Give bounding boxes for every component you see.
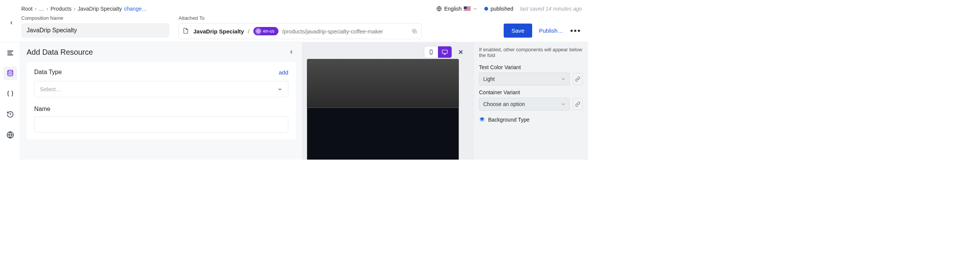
rail-locale-icon[interactable] <box>3 128 17 142</box>
composition-name-label: Composition Name <box>21 15 169 21</box>
text-color-variant-select[interactable]: Light <box>479 73 570 86</box>
name-label: Name <box>34 106 288 113</box>
chevron-right-icon: › <box>46 6 48 12</box>
attached-to-box: JavaDrip Specialty / en-us /products/jav… <box>178 23 422 39</box>
path-slash: / <box>248 28 249 35</box>
layers-icon <box>479 117 485 123</box>
preview-canvas <box>302 42 473 159</box>
data-type-select[interactable]: Select… <box>34 81 288 97</box>
viewport-mobile-button[interactable] <box>424 46 438 58</box>
data-resource-name-input[interactable] <box>34 116 288 133</box>
language-switcher[interactable]: English <box>436 6 477 12</box>
composition-name-input[interactable] <box>21 23 169 38</box>
file-icon <box>183 28 189 35</box>
globe-icon <box>436 6 442 11</box>
preview-section[interactable] <box>307 108 459 159</box>
back-button[interactable] <box>6 18 17 28</box>
inspector-panel: If enabled, other components will appear… <box>473 42 588 159</box>
viewport-desktop-button[interactable] <box>438 46 452 58</box>
copy-icon[interactable] <box>411 28 417 34</box>
language-label: English <box>444 6 461 12</box>
breadcrumb-change-link[interactable]: change… <box>124 6 147 12</box>
chevron-down-icon <box>561 77 566 81</box>
sidebar-rail <box>0 42 21 159</box>
flag-icon <box>464 6 471 11</box>
container-variant-label: Container Variant <box>479 89 583 96</box>
svg-point-7 <box>8 70 13 72</box>
container-variant-select[interactable]: Choose an option <box>479 98 570 111</box>
more-menu-icon[interactable]: ••• <box>570 26 581 36</box>
add-data-resource-panel: Add Data Resource Data Type add Select… … <box>21 42 302 159</box>
text-color-value: Light <box>483 76 495 82</box>
locale-pill[interactable]: en-us <box>253 27 278 35</box>
chevron-right-icon: › <box>35 6 37 12</box>
breadcrumb-products[interactable]: Products <box>51 6 72 12</box>
svg-rect-11 <box>442 50 447 54</box>
breadcrumb: Root › … › Products › JavaDrip Specialty… <box>21 4 436 14</box>
globe-icon <box>255 28 262 35</box>
viewport-toggle <box>424 46 452 58</box>
chevron-right-icon: › <box>74 6 76 12</box>
rail-data-icon[interactable] <box>3 67 17 80</box>
close-preview-button[interactable] <box>457 49 464 56</box>
locale-text: en-us <box>263 29 275 34</box>
panel-title: Add Data Resource <box>27 48 93 57</box>
link-binding-button[interactable] <box>573 73 583 85</box>
chevron-down-icon <box>277 87 283 92</box>
breadcrumb-ellipsis[interactable]: … <box>39 6 44 12</box>
add-data-type-link[interactable]: add <box>279 69 288 76</box>
rail-structure-icon[interactable] <box>3 46 17 60</box>
breadcrumb-root[interactable]: Root <box>21 6 33 12</box>
publish-button[interactable]: Publish… <box>539 27 563 34</box>
background-type-label: Background Type <box>488 117 530 123</box>
panel-collapse-button[interactable] <box>287 48 296 57</box>
svg-rect-6 <box>7 54 13 56</box>
status-indicator: published <box>484 6 513 12</box>
select-placeholder: Select… <box>40 86 62 92</box>
svg-rect-5 <box>7 53 12 54</box>
status-dot-icon <box>484 7 488 11</box>
breadcrumb-current: JavaDrip Specialty <box>78 6 122 12</box>
rail-json-icon[interactable] <box>3 87 17 101</box>
svg-rect-4 <box>7 51 13 52</box>
attached-name: JavaDrip Specialty <box>193 28 244 35</box>
link-binding-button[interactable] <box>573 98 583 110</box>
save-button[interactable]: Save <box>504 24 532 38</box>
inspector-hint: If enabled, other components will appear… <box>479 47 583 58</box>
rail-history-icon[interactable] <box>3 108 17 121</box>
chevron-down-icon <box>561 102 566 107</box>
status-text: published <box>490 6 513 12</box>
preview-image <box>307 59 459 108</box>
text-color-variant-label: Text Color Variant <box>479 64 583 70</box>
container-value: Choose an option <box>483 101 525 107</box>
data-type-label: Data Type <box>34 69 62 76</box>
attached-path: /products/javadrip-specialty-coffee-make… <box>282 28 383 35</box>
attached-to-label: Attached To <box>178 15 422 21</box>
last-saved-text: last saved 14 minutes ago <box>520 6 582 12</box>
chevron-down-icon <box>473 6 477 11</box>
